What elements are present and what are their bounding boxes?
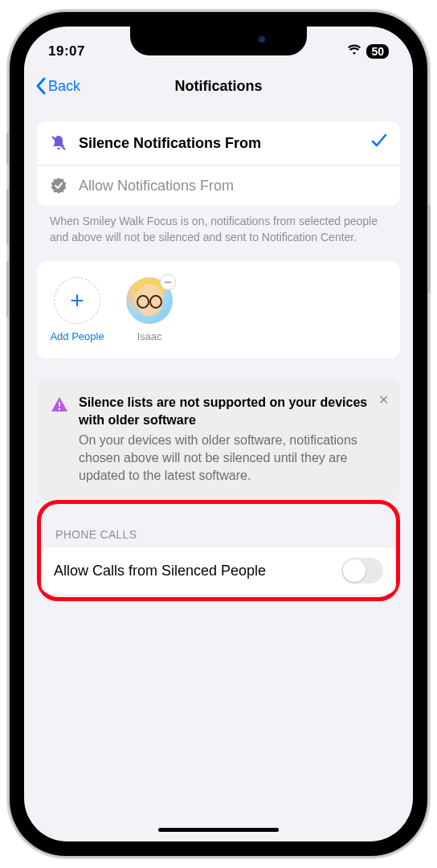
page-title: Notifications bbox=[24, 78, 413, 95]
checkmark-icon bbox=[371, 133, 387, 154]
silence-label: Silence Notifications From bbox=[79, 135, 360, 152]
plus-icon: + bbox=[70, 287, 84, 314]
back-label: Back bbox=[48, 78, 80, 95]
add-people-button[interactable]: + Add People bbox=[51, 277, 103, 342]
silence-notifications-option[interactable]: Silence Notifications From bbox=[37, 121, 400, 165]
content-area: Silence Notifications From Allow Notific… bbox=[24, 105, 413, 617]
notch bbox=[130, 27, 307, 55]
power-button bbox=[427, 205, 431, 293]
svg-rect-1 bbox=[59, 402, 60, 407]
close-icon[interactable]: ✕ bbox=[378, 392, 389, 407]
avatar-wrap: − bbox=[126, 277, 173, 324]
status-right: 50 bbox=[347, 44, 389, 59]
wifi-icon bbox=[347, 44, 361, 59]
mode-footer-text: When Smiley Walk Focus is on, notificati… bbox=[37, 206, 400, 261]
toggle-knob bbox=[343, 559, 366, 582]
person-item[interactable]: − Isaac bbox=[124, 277, 175, 342]
person-name: Isaac bbox=[137, 330, 161, 342]
svg-point-2 bbox=[59, 408, 60, 410]
warning-body: Silence lists are not supported on your … bbox=[79, 394, 387, 484]
phone-frame: 19:07 50 Back Notifications bbox=[10, 12, 427, 856]
add-people-label: Add People bbox=[50, 330, 104, 342]
back-button[interactable]: Back bbox=[35, 77, 80, 95]
bell-slash-icon bbox=[50, 134, 67, 152]
status-time: 19:07 bbox=[48, 43, 85, 59]
warning-title: Silence lists are not supported on your … bbox=[79, 394, 387, 428]
phone-calls-header: Phone Calls bbox=[41, 504, 396, 547]
warning-icon bbox=[50, 395, 69, 484]
chevron-left-icon bbox=[35, 77, 47, 95]
battery-level: 50 bbox=[366, 44, 389, 59]
allow-notifications-option[interactable]: Allow Notifications From bbox=[37, 165, 400, 206]
allow-calls-row[interactable]: Allow Calls from Silenced People bbox=[41, 547, 396, 594]
volume-down-button bbox=[6, 261, 10, 317]
warning-card: Silence lists are not supported on your … bbox=[37, 378, 400, 500]
home-indicator[interactable] bbox=[158, 828, 279, 832]
people-card: + Add People − Isaac bbox=[37, 261, 400, 358]
volume-up-button bbox=[6, 189, 10, 245]
screen: 19:07 50 Back Notifications bbox=[24, 27, 413, 841]
notification-mode-group: Silence Notifications From Allow Notific… bbox=[37, 121, 400, 206]
allow-calls-toggle[interactable] bbox=[341, 558, 383, 583]
remove-person-button[interactable]: − bbox=[160, 274, 176, 290]
nav-bar: Back Notifications bbox=[24, 67, 413, 105]
warning-text: On your devices with older software, not… bbox=[79, 432, 387, 484]
badge-check-icon bbox=[50, 177, 67, 194]
add-circle: + bbox=[54, 277, 100, 324]
highlighted-section: Phone Calls Allow Calls from Silenced Pe… bbox=[37, 500, 400, 601]
mute-switch bbox=[6, 133, 10, 165]
allow-label: Allow Notifications From bbox=[79, 178, 387, 194]
allow-calls-label: Allow Calls from Silenced People bbox=[54, 563, 266, 579]
